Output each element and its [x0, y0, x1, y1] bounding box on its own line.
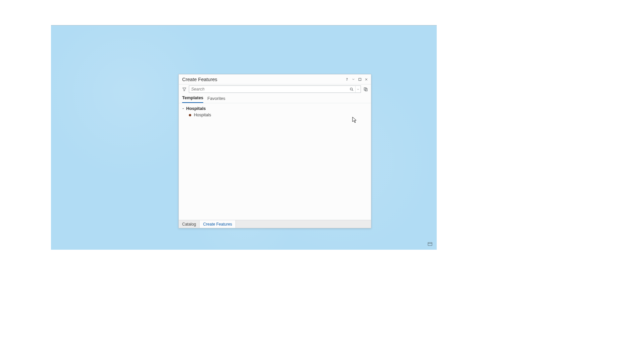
collapse-caret-icon — [181, 107, 185, 110]
panel-toolbar — [179, 84, 371, 94]
svg-rect-2 — [359, 78, 361, 80]
panel-header-buttons — [344, 76, 369, 82]
tab-favorites[interactable]: Favorites — [207, 96, 225, 103]
template-item-hospitals[interactable]: Hospitals — [181, 112, 368, 118]
svg-rect-0 — [428, 242, 432, 245]
filter-icon[interactable] — [181, 86, 187, 93]
create-features-panel: Create Features — [178, 74, 371, 228]
svg-point-1 — [347, 80, 347, 80]
panel-header: Create Features — [179, 74, 371, 84]
templates-list: Hospitals Hospitals — [179, 103, 371, 220]
options-chevron-icon[interactable] — [351, 76, 356, 82]
template-group-header[interactable]: Hospitals — [181, 105, 368, 112]
panel-footer-tabs: Catalog Create Features — [179, 220, 371, 228]
search-field — [189, 85, 361, 93]
map-canvas[interactable]: Create Features — [51, 25, 437, 250]
search-dropdown-icon[interactable] — [355, 86, 361, 93]
panel-tabs: Templates Favorites — [179, 94, 371, 103]
template-item-label: Hospitals — [194, 113, 211, 117]
panel-title: Create Features — [182, 77, 344, 82]
svg-point-3 — [350, 88, 353, 90]
point-symbol-icon — [189, 114, 191, 116]
footer-tab-create-features[interactable]: Create Features — [200, 220, 236, 228]
search-icon[interactable] — [348, 86, 355, 93]
dock-icon[interactable] — [357, 76, 363, 82]
manage-templates-icon[interactable] — [362, 86, 369, 93]
help-icon[interactable] — [344, 76, 350, 82]
tab-templates[interactable]: Templates — [182, 95, 203, 103]
search-input[interactable] — [189, 87, 348, 92]
footer-tab-catalog[interactable]: Catalog — [179, 220, 200, 228]
close-icon[interactable] — [363, 76, 369, 82]
group-label: Hospitals — [186, 106, 206, 111]
map-basemap-icon[interactable] — [426, 241, 434, 247]
